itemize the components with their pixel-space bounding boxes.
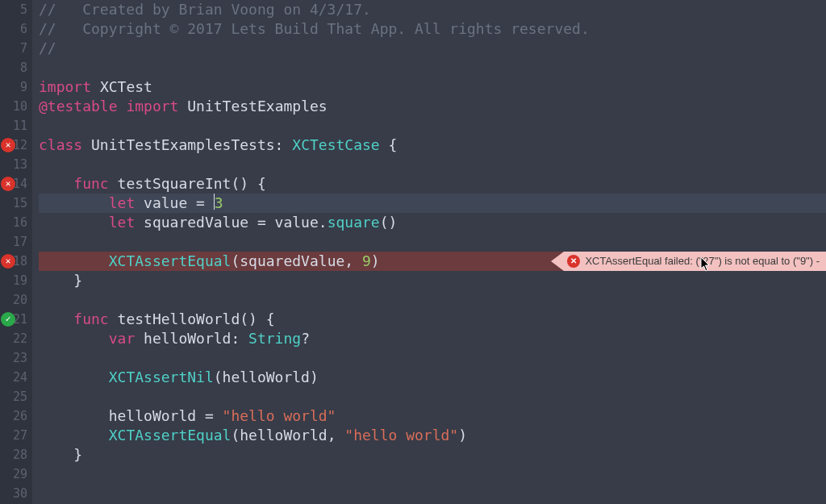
line-number: 24 [0, 368, 32, 387]
code-line[interactable]: helloWorld = "hello world" [39, 406, 826, 426]
code-editor[interactable]: 56789101112✕1314✕15161718✕192021✓2223242… [0, 0, 826, 504]
code-line[interactable]: } [39, 445, 826, 464]
code-line[interactable] [39, 232, 826, 252]
token-plain: value = [135, 194, 214, 211]
inline-error-text: XCTAssertEqual failed: ("27") is not equ… [585, 252, 820, 271]
code-line[interactable]: XCTAssertEqual(squaredValue, 9)✕XCTAsser… [39, 252, 826, 271]
token-keyword: import [126, 98, 178, 115]
token-keyword: class [39, 136, 82, 153]
test-fail-icon[interactable]: ✕ [1, 177, 15, 191]
line-number: 5 [0, 0, 32, 19]
token-plain [109, 175, 118, 192]
code-line[interactable]: // Copyright © 2017 Lets Build That App.… [39, 19, 826, 39]
line-number: 9 [0, 77, 32, 97]
code-line[interactable]: @testable import UnitTestExamples [39, 97, 826, 116]
token-fn: square [327, 214, 380, 231]
code-line[interactable]: XCTAssertEqual(helloWorld, "hello world"… [39, 426, 826, 445]
token-fn: XCTAssertNil [109, 369, 214, 385]
token-keyword: func [73, 175, 108, 192]
code-line[interactable] [39, 348, 826, 368]
line-number: 29 [0, 464, 32, 484]
token-punct: { [380, 136, 398, 153]
token-plain [82, 136, 91, 153]
test-fail-icon[interactable]: ✕ [1, 138, 15, 152]
line-number: 7 [0, 39, 32, 58]
line-number: 18✕ [0, 252, 32, 271]
line-number: 23 [0, 348, 32, 368]
code-area[interactable]: // Created by Brian Voong on 4/3/17.// C… [32, 0, 826, 504]
token-plain: (squaredValue, [231, 252, 362, 269]
code-line[interactable] [39, 155, 826, 174]
token-number: 3 [215, 194, 223, 211]
line-number: 10 [0, 97, 32, 116]
code-line[interactable]: class UnitTestExamplesTests: XCTestCase … [39, 135, 826, 155]
token-plain: (helloWorld) [214, 369, 319, 385]
token-plain: (helloWorld, [231, 427, 344, 444]
token-plain [39, 194, 109, 211]
token-punct: () { [231, 175, 265, 192]
line-number: 28 [0, 445, 32, 464]
line-number: 12✕ [0, 135, 32, 155]
token-punct: ? [301, 330, 310, 347]
token-number: 9 [362, 252, 371, 269]
token-plain [39, 427, 109, 444]
token-plain: testSquareInt [118, 175, 232, 192]
token-punct: () [380, 214, 398, 231]
line-number: 30 [0, 484, 32, 503]
test-fail-icon[interactable]: ✕ [1, 254, 15, 269]
token-keyword: func [73, 310, 108, 327]
token-plain [109, 310, 118, 327]
token-type: String [248, 330, 301, 347]
line-number: 6 [0, 19, 32, 39]
token-punct: } [39, 446, 82, 463]
token-keyword: import [39, 78, 91, 95]
code-line[interactable] [39, 484, 826, 503]
token-plain: helloWorld = [39, 407, 223, 424]
code-line[interactable]: func testSquareInt() { [39, 174, 826, 194]
code-line[interactable]: let value = 3 [39, 194, 826, 213]
token-plain [39, 175, 73, 192]
code-line[interactable] [39, 387, 826, 406]
token-punct: ) [458, 427, 467, 444]
token-plain: UnitTestExamplesTests [91, 136, 275, 153]
code-line[interactable] [39, 464, 826, 484]
code-line[interactable] [39, 116, 826, 135]
token-type: XCTestCase [292, 136, 379, 153]
code-line[interactable]: var helloWorld: String? [39, 329, 826, 348]
token-keyword: var [109, 330, 136, 347]
code-line[interactable]: XCTAssertNil(helloWorld) [39, 368, 826, 387]
line-number: 19 [0, 271, 32, 290]
line-number: 14✕ [0, 174, 32, 194]
code-line[interactable] [39, 290, 826, 310]
token-plain: helloWorld: [135, 330, 248, 347]
token-keyword2: @testable [39, 98, 118, 115]
token-fn: XCTAssertEqual [109, 427, 232, 444]
token-punct: ) [371, 252, 380, 269]
token-plain [178, 98, 187, 115]
token-plain [39, 330, 109, 347]
line-number: 25 [0, 387, 32, 406]
code-line[interactable]: func testHelloWorld() { [39, 310, 826, 329]
token-keyword: let [109, 194, 136, 211]
line-number: 26 [0, 406, 32, 426]
test-pass-icon[interactable]: ✓ [1, 312, 15, 327]
code-line[interactable]: // Created by Brian Voong on 4/3/17. [39, 0, 826, 19]
token-comment: Copyright © 2017 Lets Build That App. Al… [65, 20, 590, 37]
line-number: 20 [0, 290, 32, 310]
line-number: 17 [0, 232, 32, 252]
token-punct: () { [240, 310, 274, 327]
line-number-gutter: 56789101112✕1314✕15161718✕192021✓2223242… [0, 0, 32, 504]
token-string: "hello world" [223, 407, 336, 424]
token-punct: : [275, 136, 293, 153]
token-punct: } [39, 272, 82, 289]
code-line[interactable]: } [39, 271, 826, 290]
code-line[interactable]: let squaredValue = value.square() [39, 213, 826, 232]
token-string: "hello world" [344, 427, 458, 444]
token-plain [39, 252, 109, 269]
token-fn: XCTAssertEqual [109, 252, 232, 269]
code-line[interactable]: // [39, 39, 826, 58]
code-line[interactable] [39, 58, 826, 77]
inline-error-annotation[interactable]: ✕XCTAssertEqual failed: ("27") is not eq… [564, 252, 826, 271]
code-line[interactable]: import XCTest [39, 77, 826, 97]
line-number: 11 [0, 116, 32, 135]
